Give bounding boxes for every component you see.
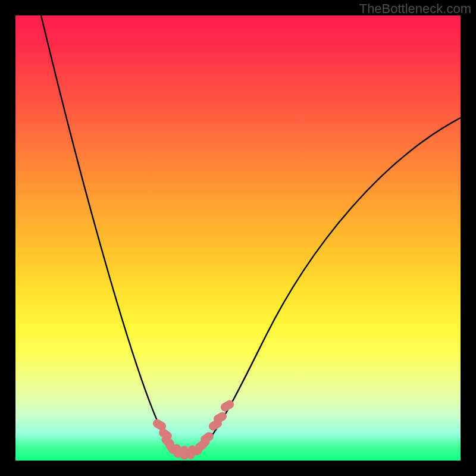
watermark-text: TheBottleneck.com (359, 1, 471, 17)
chart-curve-layer (15, 15, 461, 461)
chart-frame: TheBottleneck.com (0, 0, 476, 476)
series-bottleneck-curve (41, 15, 461, 452)
